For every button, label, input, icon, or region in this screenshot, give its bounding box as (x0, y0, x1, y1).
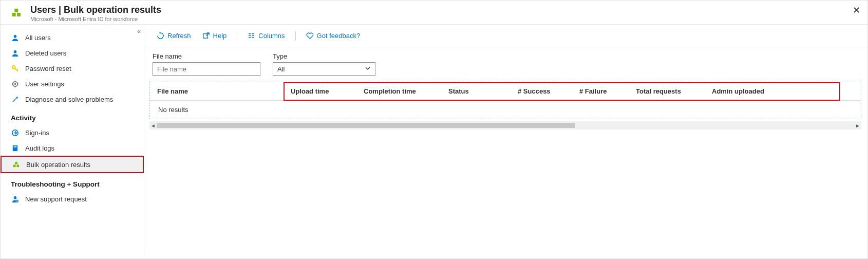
header-text-block: Users | Bulk operation results Microsoft… (30, 5, 161, 22)
columns-button[interactable]: Columns (243, 30, 289, 42)
filter-label: File name (153, 52, 260, 60)
column-header-failure[interactable]: # Failure (572, 87, 629, 95)
scroll-track[interactable] (157, 121, 854, 130)
sidebar-item-label: Sign-ins (25, 129, 49, 137)
body-layout: « All users Deleted users Password reset… (1, 24, 867, 256)
scroll-left-icon[interactable]: ◄ (149, 123, 157, 128)
page-title: Users | Bulk operation results (30, 5, 161, 15)
svg-rect-14 (12, 145, 17, 151)
svg-point-20 (15, 199, 18, 202)
svg-rect-17 (16, 164, 19, 167)
sidebar-item-audit-logs[interactable]: Audit logs (1, 140, 144, 156)
wrench-icon (11, 95, 19, 103)
sidebar-item-label: Diagnose and solve problems (25, 96, 113, 103)
sidebar-item-label: All users (25, 34, 51, 42)
column-header-upload[interactable]: Upload time (284, 87, 356, 95)
filter-label: Type (273, 52, 375, 60)
column-header-status[interactable]: Status (441, 87, 511, 95)
external-link-icon (202, 32, 210, 40)
svg-rect-15 (13, 146, 16, 147)
svg-rect-18 (15, 161, 17, 164)
scroll-right-icon[interactable]: ► (854, 123, 861, 128)
button-label: Columns (258, 32, 285, 40)
column-header-total[interactable]: Total requests (629, 87, 705, 95)
svg-point-19 (13, 196, 16, 199)
sidebar-item-label: Bulk operation results (26, 161, 90, 169)
svg-point-4 (13, 50, 16, 53)
svg-point-7 (14, 83, 15, 84)
sidebar-item-label: User settings (25, 80, 64, 88)
refresh-icon (157, 32, 164, 40)
filter-type: Type All (273, 52, 375, 76)
sidebar-heading-activity: Activity (1, 107, 144, 125)
results-table: File name Upload time Completion time St… (149, 82, 861, 119)
heart-icon (306, 32, 314, 40)
sidebar-heading-troubleshoot: Troubleshooting + Support (1, 173, 144, 191)
sign-in-icon (11, 128, 19, 137)
svg-point-3 (13, 34, 16, 38)
sidebar-item-label: New support request (25, 195, 87, 203)
svg-rect-0 (12, 13, 16, 16)
gear-icon (11, 80, 19, 88)
svg-point-12 (16, 96, 18, 98)
sidebar-item-diagnose[interactable]: Diagnose and solve problems (1, 91, 144, 107)
column-header-success[interactable]: # Success (511, 87, 572, 95)
svg-rect-21 (203, 34, 207, 38)
select-value: All (277, 65, 285, 73)
book-icon (11, 144, 19, 152)
support-icon (11, 195, 19, 203)
sidebar-item-label: Deleted users (25, 49, 66, 57)
scroll-thumb[interactable] (157, 123, 575, 128)
cubes-icon (12, 160, 20, 169)
sidebar-item-all-users[interactable]: All users (1, 30, 144, 45)
sidebar-item-user-settings[interactable]: User settings (1, 76, 144, 91)
filter-row: File name Type All (144, 47, 867, 80)
collapse-sidebar-icon[interactable]: « (137, 28, 141, 35)
close-icon[interactable]: ✕ (853, 6, 860, 15)
chevron-down-icon (365, 65, 371, 73)
column-header-completion[interactable]: Completion time (356, 87, 441, 95)
button-label: Help (213, 32, 227, 40)
help-button[interactable]: Help (198, 30, 231, 42)
refresh-button[interactable]: Refresh (153, 30, 195, 42)
feedback-button[interactable]: Got feedback? (302, 30, 365, 42)
column-header-filename[interactable]: File name (150, 87, 284, 95)
user-icon (11, 49, 19, 57)
svg-rect-16 (13, 164, 15, 167)
page-header: Users | Bulk operation results Microsoft… (1, 1, 867, 24)
sidebar-item-deleted-users[interactable]: Deleted users (1, 45, 144, 61)
toolbar-separator (295, 31, 296, 41)
toolbar: Refresh Help Columns Got feedback? (144, 25, 867, 47)
sidebar: « All users Deleted users Password reset… (1, 25, 144, 256)
button-label: Got feedback? (317, 32, 361, 40)
sidebar-item-sign-ins[interactable]: Sign-ins (1, 125, 144, 140)
button-label: Refresh (167, 32, 191, 40)
type-select[interactable]: All (273, 62, 375, 76)
service-icon (10, 6, 24, 20)
no-results-text: No results (150, 101, 861, 119)
filter-filename: File name (153, 52, 260, 76)
column-header-admin[interactable]: Admin uploaded (705, 87, 861, 95)
columns-icon (248, 32, 255, 40)
sidebar-item-label: Password reset (25, 65, 71, 72)
filename-input[interactable] (153, 62, 260, 76)
key-icon (11, 64, 19, 72)
svg-rect-2 (14, 9, 18, 12)
sidebar-item-support-request[interactable]: New support request (1, 191, 144, 207)
sidebar-item-label: Audit logs (25, 144, 54, 152)
toolbar-separator (237, 31, 237, 41)
sidebar-item-password-reset[interactable]: Password reset (1, 61, 144, 76)
table-header-row: File name Upload time Completion time St… (150, 82, 861, 101)
horizontal-scrollbar[interactable]: ◄ ► (149, 121, 861, 130)
page-subtitle: Microsoft - Microsoft Entra ID for workf… (30, 16, 161, 22)
svg-rect-1 (17, 13, 21, 16)
user-icon (11, 33, 19, 42)
sidebar-item-bulk-results[interactable]: Bulk operation results (1, 156, 144, 173)
main-content: Refresh Help Columns Got feedback? File … (144, 25, 867, 256)
